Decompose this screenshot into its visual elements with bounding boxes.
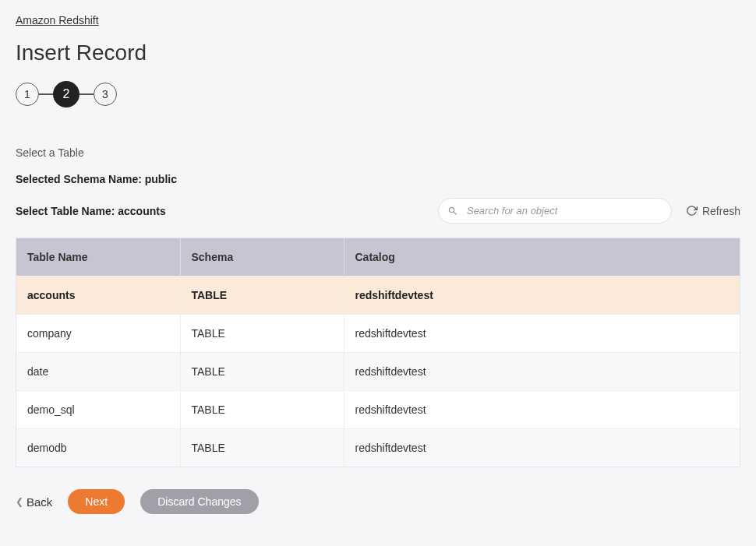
header-schema: Schema — [180, 238, 344, 277]
breadcrumb-link[interactable]: Amazon Redshift — [16, 14, 99, 26]
next-button[interactable]: Next — [68, 489, 125, 514]
cell-schema: TABLE — [180, 391, 344, 429]
cell-catalog: redshiftdevtest — [344, 315, 740, 353]
table-wrapper: Table Name Schema Catalog accountsTABLEr… — [16, 238, 740, 467]
cell-schema: TABLE — [180, 353, 344, 391]
search-input[interactable] — [438, 198, 672, 224]
stepper: 1 2 3 — [16, 81, 740, 107]
table-scroll[interactable]: Table Name Schema Catalog accountsTABLEr… — [16, 238, 740, 467]
discard-button[interactable]: Discard Changes — [140, 489, 258, 514]
cell-table-name: company — [16, 315, 180, 353]
refresh-icon — [686, 205, 698, 217]
cell-table-name: demo_sql — [16, 391, 180, 429]
refresh-button[interactable]: Refresh — [686, 205, 740, 217]
search-icon — [447, 206, 458, 217]
table-row[interactable]: accountsTABLEredshiftdevtest — [16, 277, 740, 315]
selected-schema-line: Selected Schema Name: public — [16, 173, 740, 185]
refresh-label: Refresh — [702, 205, 740, 217]
table-row[interactable]: dateTABLEredshiftdevtest — [16, 353, 740, 391]
section-label: Select a Table — [16, 146, 740, 159]
step-1[interactable]: 1 — [16, 83, 39, 106]
cell-table-name: accounts — [16, 277, 180, 315]
select-table-line: Select Table Name: accounts — [16, 205, 166, 217]
cell-catalog: redshiftdevtest — [344, 429, 740, 467]
cell-table-name: date — [16, 353, 180, 391]
page-title: Insert Record — [16, 41, 740, 65]
table-row[interactable]: demodbTABLEredshiftdevtest — [16, 429, 740, 467]
tables-table: Table Name Schema Catalog accountsTABLEr… — [16, 238, 740, 467]
cell-table-name: demodb — [16, 429, 180, 467]
cell-schema: TABLE — [180, 429, 344, 467]
search-box — [438, 198, 672, 224]
header-catalog: Catalog — [344, 238, 740, 277]
step-connector — [79, 93, 94, 95]
header-table-name: Table Name — [16, 238, 180, 277]
step-3[interactable]: 3 — [94, 83, 117, 106]
table-row[interactable]: demo_sqlTABLEredshiftdevtest — [16, 391, 740, 429]
back-label: Back — [26, 495, 52, 509]
cell-catalog: redshiftdevtest — [344, 391, 740, 429]
cell-catalog: redshiftdevtest — [344, 277, 740, 315]
cell-catalog: redshiftdevtest — [344, 353, 740, 391]
cell-schema: TABLE — [180, 315, 344, 353]
back-button[interactable]: ❮ Back — [16, 495, 52, 509]
chevron-left-icon: ❮ — [16, 496, 23, 507]
cell-schema: TABLE — [180, 277, 344, 315]
table-row[interactable]: companyTABLEredshiftdevtest — [16, 315, 740, 353]
step-connector — [39, 93, 53, 95]
step-2[interactable]: 2 — [53, 81, 79, 107]
footer-buttons: ❮ Back Next Discard Changes — [16, 489, 740, 514]
